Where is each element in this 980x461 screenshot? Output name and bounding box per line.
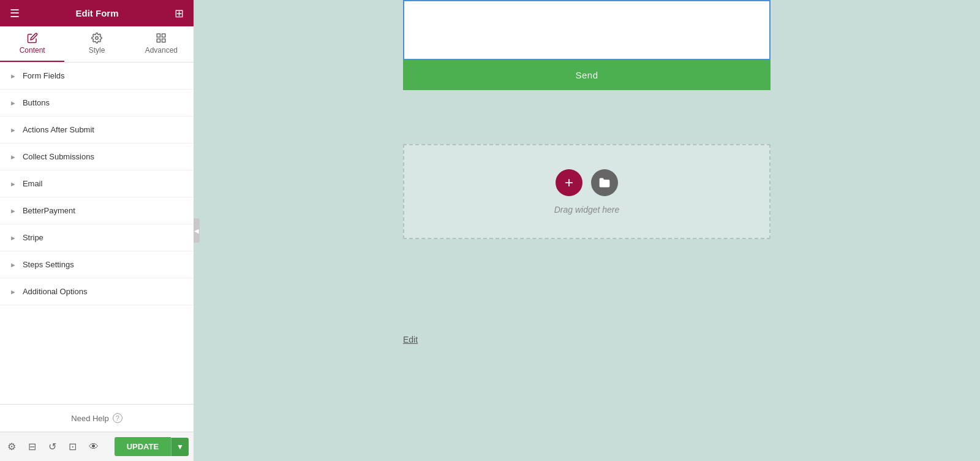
add-widget-button[interactable]: + [556,169,582,196]
accordion-stripe-header[interactable]: ► Stripe [0,224,194,251]
chevron-right-icon: ► [10,153,17,161]
accordion-stripe-label: Stripe [23,233,43,242]
send-button[interactable]: Send [403,60,771,90]
accordion-email-header[interactable]: ► Email [0,170,194,197]
settings-icon[interactable]: ⚙ [5,438,18,455]
accordion-additional-options-label: Additional Options [23,287,88,296]
plus-icon: + [565,174,573,191]
chevron-right-icon: ► [10,207,17,215]
accordion-collect-submissions-header[interactable]: ► Collect Submissions [0,143,194,170]
responsive-icon[interactable]: ⊡ [66,438,79,455]
chevron-right-icon: ► [10,126,17,134]
svg-rect-4 [157,39,160,42]
hamburger-icon[interactable]: ☰ [10,7,20,20]
collapse-handle[interactable]: ◀ [194,218,200,243]
accordion-stripe: ► Stripe [0,224,194,251]
accordion-better-payment: ► BetterPayment [0,197,194,224]
accordion-buttons: ► Buttons [0,90,194,116]
tab-advanced-label: Advanced [145,46,178,55]
accordion-form-fields-header[interactable]: ► Form Fields [0,63,194,89]
svg-rect-2 [162,34,165,37]
chevron-right-icon: ► [10,72,17,80]
folder-icon [598,177,611,189]
layers-icon[interactable]: ⊟ [26,438,39,455]
accordion-collect-submissions: ► Collect Submissions [0,143,194,170]
accordion-buttons-label: Buttons [23,98,50,107]
chevron-right-icon: ► [10,99,17,107]
main-canvas: Send + Drag widget here Edit [194,0,980,461]
sidebar-tabs: Content Style Advanced [0,26,194,63]
tab-advanced[interactable]: Advanced [129,26,194,62]
accordion-actions-after-submit: ► Actions After Submit [0,116,194,143]
form-textarea[interactable] [404,1,769,56]
pencil-icon [27,32,38,44]
accordion-steps-settings-label: Steps Settings [23,260,74,269]
form-widget: Send [403,0,771,90]
chevron-right-icon: ► [10,288,17,295]
accordion-steps-settings: ► Steps Settings [0,251,194,278]
preview-icon[interactable]: 👁 [86,439,101,455]
accordion-email-label: Email [23,179,43,188]
accordion-list: ► Form Fields ► Buttons ► Actions After … [0,63,194,404]
grid-icon[interactable]: ⊞ [175,7,184,20]
tab-style[interactable]: Style [64,26,129,62]
sidebar-header: ☰ Edit Form ⊞ [0,0,194,26]
drop-zone-text: Drag widget here [554,205,620,215]
history-icon[interactable]: ↺ [46,438,59,455]
sidebar-footer: Need Help ? [0,404,194,432]
update-dropdown-button[interactable]: ▼ [171,438,189,456]
chevron-right-icon: ► [10,261,17,269]
folder-button[interactable] [591,169,618,196]
accordion-email: ► Email [0,170,194,197]
need-help-label: Need Help [71,414,108,423]
svg-point-0 [96,37,99,40]
accordion-steps-settings-header[interactable]: ► Steps Settings [0,251,194,278]
accordion-actions-label: Actions After Submit [23,125,94,134]
sidebar: ☰ Edit Form ⊞ Content Style Advanced [0,0,194,461]
style-icon [91,32,102,44]
drop-zone: + Drag widget here [403,144,771,239]
accordion-collect-submissions-label: Collect Submissions [23,152,94,161]
update-btn-group: UPDATE ▼ [115,437,189,456]
accordion-form-fields-label: Form Fields [23,71,65,80]
sidebar-title: Edit Form [76,8,119,18]
tab-style-label: Style [89,46,105,55]
update-button[interactable]: UPDATE [115,437,171,456]
svg-rect-1 [157,34,160,37]
accordion-additional-options: ► Additional Options [0,278,194,305]
bottom-bar: ⚙ ⊟ ↺ ⊡ 👁 UPDATE ▼ [0,432,194,461]
advanced-icon [156,32,167,44]
form-textarea-wrapper [403,0,771,60]
accordion-actions-header[interactable]: ► Actions After Submit [0,116,194,143]
tab-content-label: Content [20,46,45,55]
help-icon[interactable]: ? [113,413,123,423]
accordion-better-payment-header[interactable]: ► BetterPayment [0,197,194,224]
accordion-better-payment-label: BetterPayment [23,206,75,215]
accordion-buttons-header[interactable]: ► Buttons [0,90,194,116]
accordion-form-fields: ► Form Fields [0,63,194,90]
chevron-right-icon: ► [10,180,17,188]
tab-content[interactable]: Content [0,26,64,62]
chevron-right-icon: ► [10,234,17,242]
drop-zone-icons: + [556,169,618,196]
accordion-additional-options-header[interactable]: ► Additional Options [0,278,194,305]
edit-link[interactable]: Edit [403,335,418,345]
canvas-content: Send + Drag widget here Edit [194,0,980,461]
svg-rect-3 [162,39,165,42]
bottom-bar-icons: ⚙ ⊟ ↺ ⊡ 👁 [5,438,101,455]
